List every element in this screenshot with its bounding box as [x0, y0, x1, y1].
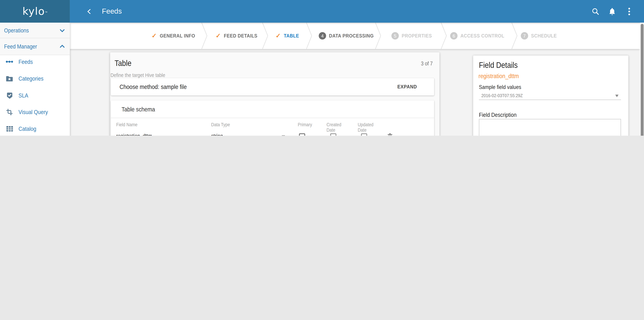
step-properties: 5PROPERTIES [392, 23, 436, 49]
step-separator-icon [306, 23, 312, 51]
step-feed-details[interactable]: ✓FEED DETAILS [216, 23, 262, 49]
step-hint: Define the target Hive table [110, 72, 165, 78]
schema-row-registration_dttm: registration_dttmstring [111, 129, 434, 136]
step-title: Table [114, 58, 132, 68]
field-details-card: Field Details registration_dttm Sample f… [473, 56, 628, 136]
search-icon[interactable] [591, 7, 600, 16]
step-number: 6 [450, 32, 458, 39]
step-label: GENERAL INFO [160, 33, 195, 39]
scrollbar-thumb[interactable] [641, 24, 644, 136]
chevron-left-icon [86, 8, 93, 15]
sla-icon [6, 92, 13, 99]
back-button[interactable] [86, 8, 93, 15]
sidebar-item-feeds[interactable]: Feeds [0, 55, 70, 69]
step-progress: 3 of 7 [421, 61, 433, 67]
sample-values-select[interactable]: 2016-02-03T07:55:29Z [482, 93, 523, 98]
step-label: PROPERTIES [402, 33, 432, 39]
toolbar-actions [591, 7, 634, 16]
step-separator-icon [375, 23, 382, 51]
step-access-control: 6ACCESS CONTROL [450, 23, 510, 49]
field-details-title: Field Details [479, 61, 518, 70]
step-label: DATA PROCESSING [329, 33, 374, 39]
sample-values-underline [479, 100, 621, 100]
more-vert-icon[interactable] [625, 7, 634, 16]
dropdown-caret-icon[interactable] [615, 95, 618, 97]
schema-title: Table schema [122, 106, 155, 113]
chevron-up-icon [59, 44, 65, 51]
sidebar: OperationsFeed ManagerFeedsCategoriesSLA… [0, 23, 70, 136]
visual-query-icon [6, 108, 13, 116]
section-label: Feed Manager [4, 43, 37, 50]
section-label: Operations [4, 27, 29, 34]
step-label: SCHEDULE [531, 33, 557, 39]
sample-values-label: Sample field values [479, 84, 521, 90]
step-number: 5 [392, 32, 399, 39]
data-type-select[interactable]: string [211, 133, 223, 136]
primary-checkbox[interactable] [299, 133, 305, 136]
sidebar-item-catalog[interactable]: Catalog [0, 122, 70, 136]
step-general-info[interactable]: ✓GENERAL INFO [152, 23, 200, 49]
dropdown-caret-icon[interactable] [282, 135, 285, 136]
updated-date-checkbox[interactable] [361, 133, 367, 136]
sidebar-item-visual-query[interactable]: Visual Query [0, 105, 70, 119]
step-separator-icon [262, 23, 268, 51]
kylo-logo: kylo [22, 6, 45, 17]
categories-icon [6, 75, 13, 82]
field-description-textarea[interactable] [479, 119, 621, 136]
notifications-icon[interactable] [608, 7, 616, 16]
sidebar-item-sla[interactable]: SLA [0, 88, 70, 102]
step-check-icon: ✓ [216, 32, 221, 39]
sidebar-item-categories[interactable]: Categories [0, 72, 70, 86]
expand-button[interactable]: EXPAND [397, 84, 417, 90]
column-data-type: Data Type [211, 122, 230, 128]
sidebar-section-operations[interactable]: Operations [0, 23, 70, 38]
schema-header: Table schema [111, 100, 434, 118]
created-date-checkbox[interactable] [330, 133, 336, 136]
toolbar: Feeds [70, 0, 644, 23]
choose-method-panel: Choose method: sample file EXPAND [111, 78, 434, 95]
step-schedule: 7SCHEDULE [521, 23, 560, 49]
chevron-down-icon [59, 27, 65, 35]
feed-wizard-stepper: ✓GENERAL INFO✓FEED DETAILS✓TABLE4DATA PR… [70, 23, 640, 49]
page-title: Feeds [102, 7, 122, 16]
table-step-card: Table 3 of 7 Define the target Hive tabl… [110, 52, 439, 136]
field-description-label: Field Description [479, 111, 516, 118]
feeds-icon [6, 58, 13, 65]
step-label: ACCESS CONTROL [460, 33, 504, 39]
sidebar-item-label: Feeds [18, 58, 33, 65]
step-separator-icon [511, 23, 518, 51]
delete-row-icon[interactable] [387, 133, 393, 136]
trademark: ™ [45, 11, 47, 14]
step-check-icon: ✓ [276, 32, 281, 39]
column-primary: Primary [298, 122, 312, 128]
column-field-name: Field Name [116, 122, 138, 128]
step-table[interactable]: ✓TABLE [276, 23, 301, 49]
sidebar-item-label: SLA [18, 92, 28, 99]
sidebar-item-label: Visual Query [18, 109, 48, 115]
step-label: FEED DETAILS [224, 33, 257, 39]
sidebar-item-label: Catalog [18, 125, 36, 132]
selected-field-name: registration_dttm [478, 72, 519, 79]
catalog-icon [6, 125, 13, 132]
table-schema-card: Table schema Field Name Data Type Primar… [111, 100, 434, 136]
step-check-icon: ✓ [152, 32, 157, 39]
sidebar-item-label: Categories [18, 75, 44, 82]
step-separator-icon [201, 23, 208, 51]
choose-method-label: Choose method: sample file [120, 83, 187, 90]
step-separator-icon [441, 23, 447, 51]
sidebar-section-feed-manager[interactable]: Feed Manager [0, 38, 70, 55]
step-label: TABLE [284, 33, 299, 39]
step-number: 4 [319, 32, 326, 39]
field-name-input[interactable]: registration_dttm [116, 133, 152, 136]
kylo-app: kylo™ Feeds ✓GENERAL INFO✓FEED DETAILS✓T… [0, 0, 644, 136]
logo-block: kylo™ [0, 0, 70, 23]
step-data-processing[interactable]: 4DATA PROCESSING [319, 23, 380, 49]
step-number: 7 [521, 32, 528, 39]
